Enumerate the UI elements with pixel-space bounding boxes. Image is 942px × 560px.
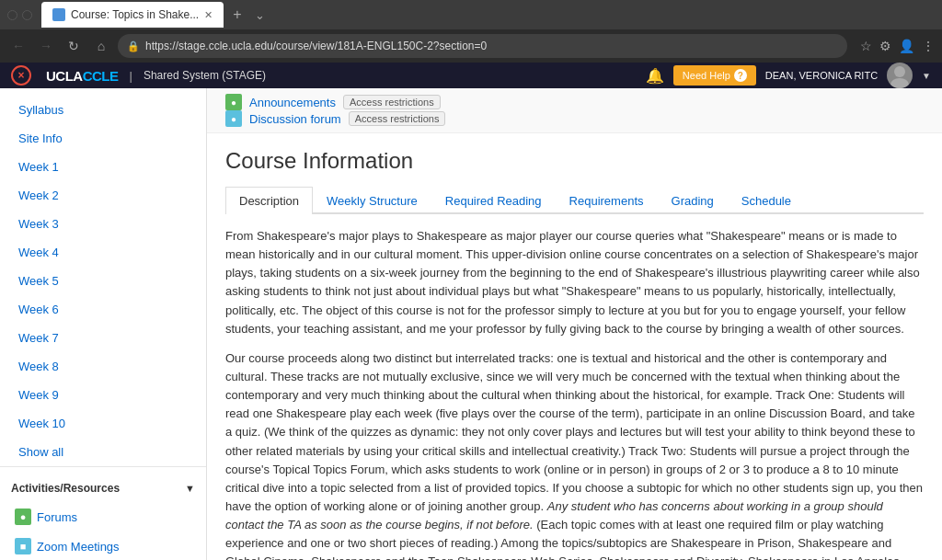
activity-icon: ■: [15, 538, 31, 554]
url-text: https://stage.ccle.ucla.edu/course/view/…: [145, 40, 838, 52]
forward-button[interactable]: →: [35, 35, 57, 57]
main-content: ●AnnouncementsAccess restrictions●Discus…: [207, 88, 942, 560]
sidebar-item-show-all[interactable]: Show all: [0, 438, 206, 466]
bell-icon[interactable]: 🔔: [646, 67, 664, 85]
help-question-icon: ?: [734, 69, 747, 82]
course-title: Course Information: [225, 148, 924, 174]
sidebar-item-week-4[interactable]: Week 4: [0, 238, 206, 267]
tab-close-icon[interactable]: ✕: [204, 9, 213, 21]
svg-point-0: [894, 66, 905, 77]
avatar: [887, 63, 913, 88]
sidebar-close-button[interactable]: ×: [11, 65, 31, 86]
sidebar-item-week-8[interactable]: Week 8: [0, 352, 206, 381]
content-paragraph-1: From Shakespeare's major plays to Shakes…: [225, 227, 924, 338]
browser-actions: ☆ ⚙ 👤 ⋮: [860, 39, 935, 53]
page-container: × UCLACCLE | Shared System (STAGE) 🔔 Nee…: [0, 63, 942, 560]
access-badge[interactable]: Access restrictions: [349, 111, 446, 126]
activities-expand-icon: ▼: [185, 483, 195, 494]
browser-chrome: Course: Topics in Shake... ✕ + ⌄ ← → ↻ ⌂…: [0, 0, 942, 63]
site-logo: UCLACCLE: [46, 68, 119, 84]
address-bar[interactable]: 🔒 https://stage.ccle.ucla.edu/course/vie…: [118, 34, 847, 58]
sidebar-item-week-7[interactable]: Week 7: [0, 324, 206, 352]
sidebar-item-site-info[interactable]: Site Info: [0, 124, 206, 153]
back-button[interactable]: ←: [7, 35, 29, 57]
extension-icon[interactable]: ⚙: [879, 39, 891, 53]
lock-icon: 🔒: [127, 40, 140, 52]
announcement-row: ●Discussion forumAccess restrictions: [225, 110, 924, 127]
tab-schedule[interactable]: Schedule: [728, 187, 805, 214]
page-wrapper: SyllabusSite InfoWeek 1Week 2Week 3Week …: [0, 88, 942, 560]
tab-list-icon[interactable]: ⌄: [255, 8, 265, 22]
header-right: 🔔 Need Help ? DEAN, VERONICA RITC ▼: [646, 63, 931, 88]
sidebar-item-week-6[interactable]: Week 6: [0, 295, 206, 324]
tab-bar: Course: Topics in Shake... ✕ + ⌄: [0, 0, 942, 29]
content-body: From Shakespeare's major plays to Shakes…: [225, 227, 924, 560]
course-section: Course Information DescriptionWeekly Str…: [207, 133, 942, 560]
system-label: Shared System (STAGE): [144, 69, 266, 82]
sidebar-item-week-10[interactable]: Week 10: [0, 409, 206, 438]
announce-link[interactable]: Discussion forum: [249, 112, 341, 126]
svg-point-1: [890, 78, 909, 88]
announcement-row: ●AnnouncementsAccess restrictions: [225, 94, 924, 110]
access-badge[interactable]: Access restrictions: [343, 95, 441, 109]
logo-ucla: UCLA: [46, 68, 83, 84]
tab-description[interactable]: Description: [225, 187, 313, 214]
user-name: DEAN, VERONICA RITC: [765, 70, 878, 81]
logo-ccle: CCLE: [83, 68, 119, 84]
activity-label: Zoom Meetings: [37, 540, 120, 554]
announcements-bar: ●AnnouncementsAccess restrictions●Discus…: [207, 88, 942, 133]
new-tab-button[interactable]: +: [227, 6, 247, 23]
sidebar-nav: SyllabusSite InfoWeek 1Week 2Week 3Week …: [0, 88, 206, 560]
tab-grading[interactable]: Grading: [658, 187, 728, 214]
tabs: DescriptionWeekly StructureRequired Read…: [225, 187, 924, 214]
activities-section-header[interactable]: Activities/Resources ▼: [0, 474, 206, 502]
announce-icon: ●: [225, 110, 242, 127]
activities-section: Activities/Resources ▼ ●Forums■Zoom Meet…: [0, 466, 206, 560]
sidebar-item-week-5[interactable]: Week 5: [0, 267, 206, 295]
tab-favicon: [52, 8, 65, 21]
window-controls: [7, 10, 32, 20]
menu-icon[interactable]: ⋮: [922, 39, 935, 53]
need-help-label: Need Help: [683, 70, 730, 81]
sidebar-item-syllabus[interactable]: Syllabus: [0, 96, 206, 124]
address-bar-row: ← → ↻ ⌂ 🔒 https://stage.ccle.ucla.edu/co…: [0, 29, 942, 63]
sidebar-item-week-3[interactable]: Week 3: [0, 210, 206, 238]
sidebar-item-week-9[interactable]: Week 9: [0, 381, 206, 409]
activity-item-forums[interactable]: ●Forums: [0, 502, 206, 531]
sidebar-item-week-1[interactable]: Week 1: [0, 153, 206, 181]
announce-icon: ●: [225, 94, 242, 110]
tab-weekly-structure[interactable]: Weekly Structure: [313, 187, 431, 214]
content-paragraph-2: Our course proceeds along two distinct b…: [225, 349, 924, 560]
site-header: × UCLACCLE | Shared System (STAGE) 🔔 Nee…: [0, 63, 942, 88]
window-maximize[interactable]: [22, 10, 32, 20]
active-tab[interactable]: Course: Topics in Shake... ✕: [41, 2, 224, 28]
need-help-button[interactable]: Need Help ?: [673, 65, 756, 86]
reload-button[interactable]: ↻: [63, 35, 85, 57]
window-minimize[interactable]: [7, 10, 17, 20]
activity-item-zoom-meetings[interactable]: ■Zoom Meetings: [0, 531, 206, 560]
chevron-down-icon[interactable]: ▼: [922, 71, 931, 81]
close-icon: ×: [17, 69, 24, 82]
header-divider: |: [130, 69, 132, 83]
tab-required-reading[interactable]: Required Reading: [431, 187, 556, 214]
sidebar-item-week-2[interactable]: Week 2: [0, 181, 206, 210]
sidebar: SyllabusSite InfoWeek 1Week 2Week 3Week …: [0, 88, 207, 560]
activity-icon: ●: [15, 509, 31, 525]
home-button[interactable]: ⌂: [90, 35, 112, 57]
activity-label: Forums: [37, 510, 77, 524]
bookmark-icon[interactable]: ☆: [860, 39, 872, 53]
announce-link[interactable]: Announcements: [249, 96, 336, 109]
tab-title: Course: Topics in Shake...: [71, 8, 199, 21]
tab-requirements[interactable]: Requirements: [556, 187, 658, 214]
profile-icon[interactable]: 👤: [899, 39, 914, 53]
activities-label: Activities/Resources: [11, 482, 120, 495]
